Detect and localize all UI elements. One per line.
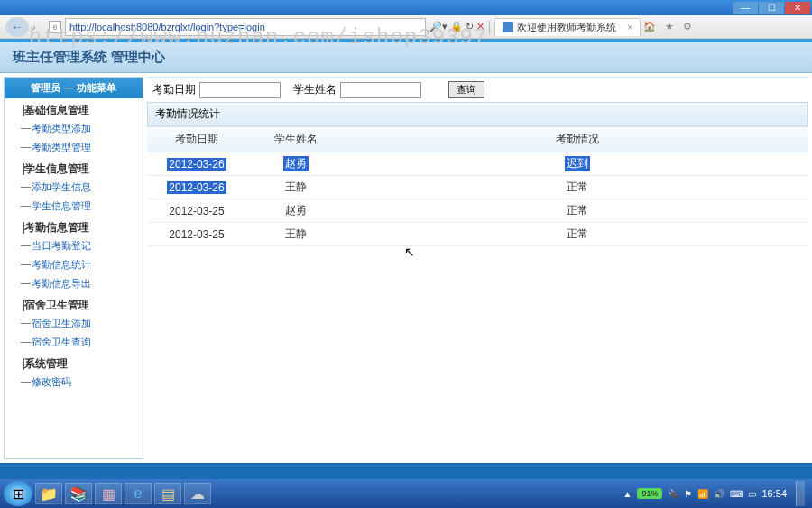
menu-item[interactable]: 宿舍卫生添加 (5, 314, 143, 333)
menu-item[interactable]: 考勤类型添加 (5, 119, 143, 138)
cell-date: 2012-03-26 (147, 152, 246, 176)
table-row[interactable]: 2012-03-26赵勇迟到 (147, 152, 808, 176)
menu-item[interactable]: 添加学生信息 (5, 178, 143, 197)
misc-icon[interactable]: ✕ (476, 21, 484, 32)
taskbar-clock[interactable]: 16:54 (761, 488, 787, 499)
menu-group: 基础信息管理 (5, 98, 143, 119)
filter-date-input[interactable] (199, 82, 281, 98)
cell-name: 赵勇 (246, 199, 346, 223)
browser-toolbar: ← › e 🔎▾ 🔒 ↻ ✕ 欢迎使用教师考勤系统 × 🏠 ★ ⚙ (0, 15, 812, 39)
menu-group: 宿舍卫生管理 (5, 293, 143, 314)
system-tray: ▲ 91% 🔌 ⚑ 📶 🔊 ⌨ ▭ 16:54 (623, 481, 808, 506)
start-button[interactable]: ⊞ (4, 481, 32, 506)
tray-flag-icon[interactable]: ⚑ (684, 489, 692, 499)
task-app3-icon[interactable]: ☁ (184, 483, 211, 504)
show-desktop-button[interactable] (796, 481, 805, 506)
app-title: 班主任管理系统 管理中心 (13, 49, 165, 66)
task-ie-icon[interactable]: e (125, 483, 152, 504)
tab-title: 欢迎使用教师考勤系统 (517, 21, 616, 34)
browser-tab[interactable]: 欢迎使用教师考勤系统 × (494, 18, 641, 36)
search-button[interactable]: 查询 (448, 81, 484, 98)
window-close-button[interactable]: ✕ (785, 2, 810, 14)
tray-misc1-icon[interactable]: ⌨ (730, 489, 743, 499)
nav-forward-button[interactable]: › (32, 22, 45, 32)
stop-icon[interactable]: 🔒 (450, 21, 463, 32)
tray-network-icon[interactable]: 📶 (697, 489, 708, 499)
menu-group: 学生信息管理 (5, 157, 143, 178)
reload-icon[interactable]: ↻ (466, 21, 474, 32)
menu-item[interactable]: 学生信息管理 (5, 197, 143, 216)
sidebar-header: 管理员 — 功能菜单 (5, 78, 143, 98)
menu-group: 系统管理 (5, 352, 143, 373)
cell-date: 2012-03-25 (147, 199, 246, 223)
battery-indicator[interactable]: 91% (637, 488, 662, 499)
table-row[interactable]: 2012-03-26王静正常 (147, 176, 808, 199)
nav-back-button[interactable]: ← (5, 17, 29, 37)
menu-item[interactable]: 考勤信息统计 (5, 255, 143, 274)
tab-favicon (503, 22, 513, 32)
th-date: 考勤日期 (147, 127, 246, 152)
cell-date: 2012-03-26 (147, 176, 246, 199)
taskbar: ⊞ 📁 📚 ▦ e ▤ ☁ ▲ 91% 🔌 ⚑ 📶 🔊 ⌨ ▭ 16:54 (0, 479, 812, 508)
table-header-row: 考勤日期 学生姓名 考勤情况 (147, 127, 808, 152)
home-icon[interactable]: 🏠 (643, 21, 656, 32)
filter-name-input[interactable] (340, 82, 421, 98)
main-area: 管理员 — 功能菜单 基础信息管理考勤类型添加考勤类型管理学生信息管理添加学生信… (0, 73, 812, 463)
task-explorer-icon[interactable]: 📁 (35, 483, 62, 504)
panel-title: 考勤情况统计 (147, 102, 808, 126)
toolbar-sep (489, 20, 490, 34)
cell-status: 迟到 (346, 152, 808, 176)
th-status: 考勤情况 (346, 127, 808, 152)
refresh-icon[interactable]: 🔎▾ (429, 21, 448, 32)
menu-item[interactable]: 当日考勤登记 (5, 236, 143, 255)
cell-status: 正常 (346, 176, 808, 199)
menu-item[interactable]: 考勤类型管理 (5, 138, 143, 157)
task-libraries-icon[interactable]: 📚 (65, 483, 92, 504)
cell-name: 王静 (246, 176, 346, 199)
cell-status: 正常 (346, 199, 808, 223)
filter-bar: 考勤日期 学生姓名 查询 (147, 77, 808, 102)
filter-name-label: 学生姓名 (293, 82, 337, 97)
address-bar[interactable] (65, 18, 426, 36)
tray-overflow-icon[interactable]: ▲ (623, 489, 632, 499)
attendance-table: 考勤日期 学生姓名 考勤情况 2012-03-26赵勇迟到2012-03-26王… (147, 126, 808, 246)
table-row[interactable]: 2012-03-25赵勇正常 (147, 199, 808, 223)
cell-status: 正常 (346, 223, 808, 246)
table-row[interactable]: 2012-03-25王静正常 (147, 223, 808, 246)
window-title-bar: — ☐ ✕ (0, 0, 812, 15)
content-area: 考勤日期 学生姓名 查询 考勤情况统计 考勤日期 学生姓名 考勤情况 2012-… (147, 77, 808, 459)
menu-item[interactable]: 修改密码 (5, 373, 143, 392)
menu-item[interactable]: 宿舍卫生查询 (5, 333, 143, 352)
app-header: 班主任管理系统 管理中心 (0, 42, 812, 73)
menu-group: 考勤信息管理 (5, 216, 143, 236)
tray-misc2-icon[interactable]: ▭ (748, 489, 756, 499)
cell-date: 2012-03-25 (147, 223, 246, 246)
th-name: 学生姓名 (246, 127, 346, 152)
page-icon: e (49, 21, 61, 33)
tray-volume-icon[interactable]: 🔊 (714, 489, 724, 499)
tray-plug-icon[interactable]: 🔌 (668, 489, 678, 499)
tab-close-icon[interactable]: × (627, 22, 632, 32)
task-app2-icon[interactable]: ▤ (154, 483, 181, 504)
window-minimize-button[interactable]: — (733, 2, 758, 14)
mouse-cursor-icon: ↖ (404, 245, 415, 259)
window-maximize-button[interactable]: ☐ (759, 2, 784, 14)
tools-icon[interactable]: ⚙ (683, 21, 692, 32)
cell-name: 赵勇 (246, 152, 346, 176)
cell-name: 王静 (246, 223, 346, 246)
filter-date-label: 考勤日期 (152, 82, 196, 97)
favorites-icon[interactable]: ★ (665, 21, 674, 32)
menu-item[interactable]: 考勤信息导出 (5, 274, 143, 293)
sidebar: 管理员 — 功能菜单 基础信息管理考勤类型添加考勤类型管理学生信息管理添加学生信… (4, 77, 143, 459)
task-app1-icon[interactable]: ▦ (95, 483, 122, 504)
